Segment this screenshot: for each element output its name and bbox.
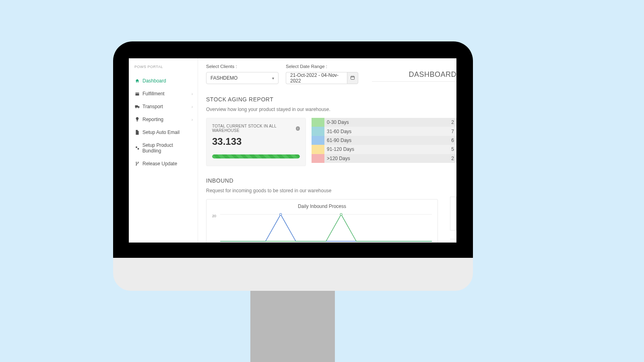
client-field: Select Clients : FASHDEMO (206, 64, 279, 84)
date-field: Select Date Range : 21-Oct-2022 - 04-Nov… (286, 64, 358, 84)
aging-label: 91-120 Days (327, 146, 354, 152)
truck-icon (134, 105, 140, 109)
home-icon (134, 78, 140, 83)
file-icon (134, 130, 140, 135)
chevron-right-icon: › (192, 117, 193, 122)
kpi-value: 33.133 (212, 136, 300, 147)
portal-title: POWS PORTAL (129, 63, 198, 74)
main-content: Select Clients : FASHDEMO Select Date Ra… (198, 58, 456, 243)
chart-series (220, 214, 432, 241)
kpi-label-text: TOTAL CURRENT STOCK IN ALL WAREHOUSE (212, 124, 294, 133)
chart-point (280, 214, 282, 216)
aging-swatch (312, 118, 324, 127)
side-card-peek (450, 197, 456, 230)
chevron-right-icon: › (192, 105, 193, 109)
aging-row: 0-30 Days2 (312, 118, 456, 127)
date-range-value: 21-Oct-2022 - 04-Nov-2022 (290, 72, 343, 84)
svg-point-4 (136, 165, 136, 165)
sidebar-item-label: Setup Product Bundling (142, 142, 192, 154)
box-icon (134, 91, 140, 96)
sidebar-item-dashboard[interactable]: Dashboard (129, 74, 198, 87)
stock-aging-subheading: Overview how long your product stayed in… (206, 107, 456, 112)
inbound-chart-card: Daily Inbound Process 20 (206, 199, 438, 243)
sidebar-item-label: Dashboard (142, 78, 166, 84)
progress-bar (212, 154, 300, 158)
aging-swatch (312, 145, 324, 154)
sidebar-item-release-update[interactable]: Release Update (129, 157, 198, 170)
branch-icon (134, 161, 140, 166)
sidebar-item-label: Reporting (142, 117, 163, 122)
sidebar-item-transport[interactable]: Transport › (129, 100, 198, 113)
aging-swatch (312, 154, 324, 163)
client-label: Select Clients : (206, 64, 279, 69)
info-icon[interactable]: i (296, 126, 300, 131)
aging-value: 7 (451, 129, 456, 134)
inbound-subheading: Request for incoming goods to be stored … (206, 188, 456, 193)
sidebar-item-label: Release Update (142, 161, 177, 167)
aging-label: 31-60 Days (327, 129, 351, 134)
aging-value: 2 (451, 119, 456, 125)
chart-title: Daily Inbound Process (211, 204, 433, 209)
aging-swatch (312, 136, 324, 145)
aging-label: 61-90 Days (327, 138, 351, 143)
client-select-value: FASHDEMO (211, 75, 237, 81)
progress-fill (212, 154, 300, 158)
sidebar-item-label: Setup Auto Email (142, 130, 180, 135)
aging-label: >120 Days (327, 156, 350, 161)
aging-row: 61-90 Days6 (312, 136, 456, 145)
svg-point-1 (137, 148, 139, 150)
inbound-chart (220, 213, 432, 243)
chart-series (220, 214, 432, 241)
bulb-icon (134, 117, 140, 122)
aging-row: 91-120 Days5 (312, 145, 456, 154)
monitor-chin (113, 258, 473, 291)
aging-label: 0-30 Days (327, 119, 349, 125)
sidebar-item-product-bundling[interactable]: Setup Product Bundling (129, 139, 198, 157)
sidebar-item-auto-email[interactable]: Setup Auto Email (129, 126, 198, 139)
aging-swatch (312, 127, 324, 136)
date-range-input[interactable]: 21-Oct-2022 - 04-Nov-2022 (286, 72, 347, 84)
sidebar-item-reporting[interactable]: Reporting › (129, 113, 198, 126)
svg-point-3 (138, 162, 138, 162)
stock-aging-row: TOTAL CURRENT STOCK IN ALL WAREHOUSE i 3… (206, 118, 456, 166)
aging-value: 2 (451, 156, 456, 161)
inbound-heading: INBOUND (206, 177, 456, 184)
sidebar-item-label: Fulfillment (142, 91, 165, 97)
app-screen: POWS PORTAL Dashboard Fulfillment › Tran… (129, 58, 456, 243)
monitor-stand (250, 291, 335, 362)
aging-table: 0-30 Days231-60 Days761-90 Days691-120 D… (312, 118, 456, 166)
cogs-icon (134, 146, 140, 150)
sidebar-item-label: Transport (142, 104, 163, 109)
sidebar: POWS PORTAL Dashboard Fulfillment › Tran… (129, 58, 198, 243)
date-label: Select Date Range : (286, 64, 358, 69)
aging-value: 6 (451, 138, 456, 143)
aging-row: >120 Days2 (312, 154, 456, 163)
kpi-label: TOTAL CURRENT STOCK IN ALL WAREHOUSE i (212, 124, 300, 133)
chart-ytick: 20 (212, 214, 216, 218)
svg-point-2 (136, 162, 136, 162)
stock-aging-heading: STOCK AGING REPORT (206, 96, 456, 103)
calendar-icon (350, 75, 355, 81)
aging-row: 31-60 Days7 (312, 127, 456, 136)
chevron-right-icon: › (192, 92, 193, 96)
page-title: DASHBOARD (372, 70, 456, 82)
svg-rect-5 (351, 76, 355, 80)
calendar-button[interactable] (347, 72, 358, 84)
client-select[interactable]: FASHDEMO (206, 72, 279, 84)
svg-point-0 (136, 146, 137, 148)
aging-value: 5 (451, 146, 456, 152)
total-stock-card: TOTAL CURRENT STOCK IN ALL WAREHOUSE i 3… (206, 118, 306, 166)
chart-point (340, 214, 342, 216)
sidebar-item-fulfillment[interactable]: Fulfillment › (129, 87, 198, 100)
side-card-peek-2 (450, 239, 456, 243)
